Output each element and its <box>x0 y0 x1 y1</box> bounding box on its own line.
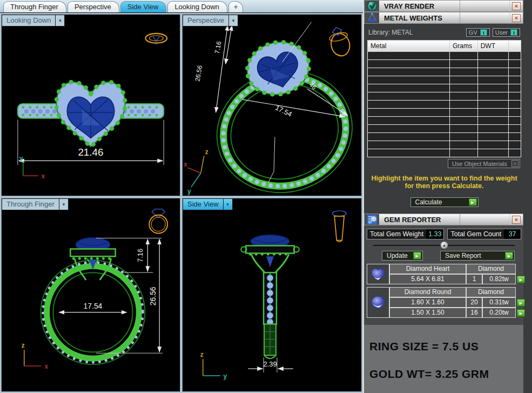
svg-text:x: x <box>45 363 49 370</box>
gv-label: GV <box>469 29 477 36</box>
tab-through-finger[interactable]: Through Finger <box>3 1 66 12</box>
column-header-dwt[interactable]: DWT <box>477 41 508 52</box>
gem-material: Diamond <box>466 287 516 297</box>
use-object-materials-dropdown[interactable]: Use Object Materials ○ <box>448 159 520 168</box>
chevron-down-icon[interactable]: ▼ <box>223 199 232 210</box>
perspective-canvas[interactable]: 7.16 26.56 17.54 46 z x <box>183 15 361 195</box>
viewport-label-text: Side View <box>183 199 223 210</box>
gem-reporter-icon <box>365 214 379 225</box>
metal-weights-body: Library: METAL GV I User I Metal <box>364 24 523 211</box>
gem-reporter-header[interactable]: GEM REPORTER × <box>364 214 523 225</box>
svg-text:y: y <box>224 372 227 380</box>
viewport-label-text: Looking Down <box>2 15 55 26</box>
svg-text:y: y <box>187 188 191 195</box>
header-spacer <box>460 12 510 23</box>
update-button[interactable]: Update ▶ <box>382 251 423 261</box>
select-gem-icon[interactable]: ▶ <box>517 276 525 283</box>
axis-triad: y x <box>19 155 45 180</box>
column-header-blank <box>508 41 521 52</box>
total-gem-count-value: 37 <box>504 229 521 239</box>
gem-name: Diamond Heart <box>389 264 466 274</box>
ring-side-view <box>241 235 299 359</box>
panel-title: GEM REPORTER <box>379 214 460 225</box>
through-finger-canvas[interactable]: 7.16 26.56 17.54 z x <box>2 198 180 390</box>
view-orientation-icon <box>145 34 167 45</box>
axis-triad: z y <box>200 351 227 380</box>
instruction-line-1: Highlight the item you want to find the … <box>367 175 521 182</box>
app-window: Through Finger Perspective Side View Loo… <box>0 0 532 393</box>
spacer-cell <box>516 264 526 274</box>
panel-splitter[interactable]: ▲ <box>373 241 515 249</box>
viewport-label-side-view[interactable]: Side View ▼ <box>183 198 233 210</box>
gv-toggle-state: I <box>480 29 487 36</box>
header-spacer <box>460 1 510 11</box>
calculate-button[interactable]: Calculate ▶ <box>410 197 479 207</box>
gem-row-diamond-round[interactable]: Diamond Round Diamond 1.60 X 1.60 20 0.3… <box>367 287 521 318</box>
dimension-2-39: 2.39 <box>248 357 293 372</box>
vray-render-icon <box>365 1 379 11</box>
gem-reporter-body: Total Gem Weight 1.33 Total Gem Count 37… <box>364 225 523 325</box>
viewport-label-text: Through Finger <box>2 199 59 210</box>
total-gem-count-label: Total Gem Count <box>448 229 504 239</box>
tab-side-view[interactable]: Side View <box>120 1 167 12</box>
vray-render-header[interactable]: VRAY RENDER × <box>364 0 523 12</box>
viewport-perspective[interactable]: Perspective ▼ <box>182 14 362 196</box>
svg-text:z: z <box>22 342 25 349</box>
viewport-label-perspective[interactable]: Perspective ▼ <box>183 15 238 26</box>
metal-weights-table[interactable]: Metal Grams DWT <box>367 40 521 157</box>
viewport-through-finger[interactable]: Through Finger ▼ <box>1 198 180 392</box>
viewport-label-through-finger[interactable]: Through Finger ▼ <box>2 198 69 210</box>
metal-weights-icon <box>365 12 379 23</box>
summary-notes: RING SIZE = 7.5 US GOLD WT= 3.25 GRM <box>364 325 523 393</box>
viewport-looking-down[interactable]: Looking Down ▼ <box>1 14 180 196</box>
svg-text:z: z <box>205 148 208 156</box>
close-icon[interactable]: × <box>512 14 521 22</box>
gem-row-diamond-heart[interactable]: Diamond Heart Diamond 5.64 X 6.81 1 0.82… <box>367 264 521 284</box>
svg-text:x: x <box>184 161 187 168</box>
axis-triad: z x y <box>184 148 208 195</box>
view-orientation-icon <box>332 211 346 242</box>
close-icon[interactable]: × <box>512 2 521 10</box>
layout-tabbar: Through Finger Perspective Side View Loo… <box>0 0 363 13</box>
select-gem-icon[interactable]: ▶ <box>517 299 525 307</box>
viewport-side-view[interactable]: Side View ▼ <box>182 198 362 392</box>
gem-weight: 0.31tw <box>482 297 516 308</box>
svg-text:x: x <box>42 172 45 180</box>
instruction-line-2: for then press Calculate. <box>367 182 521 190</box>
heart-gem-icon <box>367 264 389 284</box>
metal-table-rows[interactable] <box>368 52 521 157</box>
chevron-down-icon[interactable]: ▼ <box>55 15 64 26</box>
axis-triad: z x <box>22 342 49 370</box>
svg-text:7.16: 7.16 <box>136 249 144 262</box>
calculate-instruction: Highlight the item you want to find the … <box>367 175 521 190</box>
play-icon: ▶ <box>413 252 421 259</box>
svg-text:21.46: 21.46 <box>78 146 103 158</box>
user-toggle[interactable]: User I <box>493 28 520 37</box>
side-view-canvas[interactable]: 2.39 z y <box>183 198 361 390</box>
close-icon[interactable]: × <box>512 216 521 224</box>
viewport-label-looking-down[interactable]: Looking Down ▼ <box>2 15 65 26</box>
looking-down-canvas[interactable]: 21.46 y x <box>2 15 180 195</box>
tab-looking-down[interactable]: Looking Down <box>167 1 227 12</box>
select-gem-icon[interactable]: ▶ <box>517 309 525 317</box>
svg-text:2.39: 2.39 <box>263 360 277 368</box>
view-orientation-icon <box>149 209 167 234</box>
tab-perspective[interactable]: Perspective <box>68 1 119 12</box>
collapse-handle[interactable]: ▲ <box>440 241 448 249</box>
save-report-button[interactable]: Save Report ▶ <box>440 251 515 261</box>
total-gem-weight-label: Total Gem Weight <box>367 229 426 239</box>
tab-add-view[interactable]: + <box>228 1 244 12</box>
svg-text:y: y <box>19 155 23 162</box>
chevron-down-icon[interactable]: ▼ <box>59 199 68 210</box>
gem-size: 1.60 X 1.60 <box>389 297 466 308</box>
gv-toggle[interactable]: GV I <box>466 28 490 37</box>
round-gem-icon <box>367 287 389 318</box>
metal-weights-header[interactable]: METAL WEIGHTS × <box>364 12 523 24</box>
update-label: Update <box>387 252 408 259</box>
chevron-down-icon[interactable]: ▼ <box>228 15 238 26</box>
gem-size: 1.50 X 1.50 <box>389 308 466 318</box>
panel-title: VRAY RENDER <box>379 1 460 11</box>
column-header-metal[interactable]: Metal <box>368 41 450 52</box>
column-header-grams[interactable]: Grams <box>449 41 477 52</box>
view-orientation-icon <box>327 25 352 58</box>
